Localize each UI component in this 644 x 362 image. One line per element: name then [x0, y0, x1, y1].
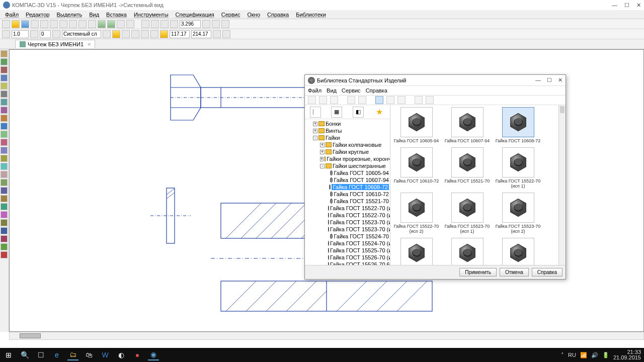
side-tool-button[interactable] — [1, 187, 8, 194]
cancel-button[interactable]: Отмена — [500, 268, 529, 277]
side-tool-button[interactable] — [1, 115, 8, 122]
menu-item[interactable]: Библиотеки — [293, 11, 329, 18]
side-tool-button[interactable] — [1, 251, 8, 258]
zoom-out-button[interactable] — [151, 20, 159, 28]
tree-node[interactable]: -Гайки — [306, 134, 389, 141]
tree-node[interactable]: Гайка ГОСТ 10605-94 — [306, 169, 389, 176]
thumbnail-item[interactable]: Гайка ГОСТ 15521-70 — [443, 147, 491, 189]
tree-node[interactable]: -Гайки шестигранные — [306, 162, 389, 169]
side-tool-button[interactable] — [1, 171, 8, 178]
preview-button[interactable] — [40, 20, 48, 28]
network-icon[interactable]: 📶 — [580, 352, 587, 358]
menu-item[interactable]: Справка — [366, 87, 387, 94]
side-tool-button[interactable] — [1, 211, 8, 218]
kompas-taskbar-icon[interactable]: ◉ — [148, 349, 159, 360]
menu-item[interactable]: Выделить — [53, 11, 85, 18]
thumbnail-item[interactable] — [443, 238, 491, 265]
thumbnail-item[interactable]: Гайка ГОСТ 10607-94 — [443, 107, 491, 143]
help-button[interactable]: Справка — [532, 268, 562, 277]
layer-button[interactable] — [52, 30, 60, 38]
edge-icon[interactable]: e — [51, 349, 62, 360]
maximize-button[interactable]: ☐ — [624, 2, 629, 9]
expand-icon[interactable]: + — [313, 129, 317, 133]
tree-node[interactable]: Гайка ГОСТ 10608-72 — [306, 184, 389, 191]
menu-item[interactable]: Справка — [264, 11, 292, 18]
app-icon[interactable]: ● — [132, 349, 143, 360]
help-button[interactable] — [415, 96, 423, 104]
tree-node[interactable]: Гайка ГОСТ 15524-70 — [306, 233, 389, 240]
info-button[interactable] — [426, 96, 434, 104]
tray-up-icon[interactable]: ˄ — [561, 352, 564, 358]
dd-button[interactable] — [30, 30, 38, 38]
undo-button[interactable] — [78, 20, 87, 28]
search-icon[interactable]: 🔍 — [19, 349, 30, 360]
side-tool-button[interactable] — [1, 58, 8, 65]
copy-button[interactable] — [59, 20, 67, 28]
menu-item[interactable]: Редактор — [23, 11, 52, 18]
view-large-icons-button[interactable] — [375, 96, 383, 104]
tab-close-icon[interactable]: × — [88, 41, 91, 47]
menu-item[interactable]: Вид — [86, 11, 102, 18]
explorer-icon[interactable]: 🗂 — [67, 349, 78, 360]
redo-button[interactable] — [88, 20, 96, 28]
side-tool-button[interactable] — [1, 147, 8, 154]
tree-node[interactable]: +Гайки круглые — [306, 148, 389, 155]
new-button[interactable] — [2, 20, 10, 28]
side-tool-button[interactable] — [1, 235, 8, 242]
menu-item[interactable]: Сервис — [218, 11, 244, 18]
coord-y-input[interactable] — [191, 30, 211, 38]
tree-node[interactable]: Гайка ГОСТ 15526-70 6и... — [306, 261, 389, 265]
dialog-maximize-button[interactable]: ☐ — [547, 77, 552, 83]
zoom-in-button[interactable] — [141, 20, 149, 28]
side-tool-button[interactable] — [1, 219, 8, 226]
menu-item[interactable]: Инструменты — [131, 11, 172, 18]
tool-button[interactable] — [221, 20, 229, 28]
scale-input[interactable] — [12, 30, 29, 38]
side-tool-button[interactable] — [1, 50, 8, 57]
menu-item[interactable]: Файл — [2, 11, 22, 18]
side-tool-button[interactable] — [1, 74, 8, 81]
thumbnail-item[interactable]: Гайка ГОСТ 10605-94 — [392, 107, 440, 143]
side-tool-button[interactable] — [1, 90, 8, 98]
angle-button[interactable] — [150, 30, 158, 38]
tool-button[interactable] — [107, 20, 115, 28]
side-tool-button[interactable] — [1, 163, 8, 170]
side-tool-button[interactable] — [1, 123, 8, 130]
thumbnail-item[interactable]: Гайка ГОСТ 15522-70 (исп 2) — [392, 193, 440, 234]
parts-tree[interactable]: +Бонки+Винты-Гайки+Гайки колпачковые+Гай… — [305, 119, 390, 265]
coord-x-input[interactable] — [170, 30, 190, 38]
menu-item[interactable]: Вид — [327, 87, 337, 94]
side-tool-button[interactable] — [1, 66, 8, 73]
mode-favorites-icon[interactable]: ★ — [374, 107, 385, 118]
volume-icon[interactable]: 🔊 — [591, 352, 598, 358]
tree-node[interactable]: Гайка ГОСТ 15522-70 (и... — [306, 212, 389, 219]
side-tool-button[interactable] — [1, 139, 8, 146]
thumbnail-item[interactable]: Гайка ГОСТ 15523-70 (исп 2) — [494, 193, 542, 234]
side-tool-button[interactable] — [1, 99, 8, 106]
battery-icon[interactable]: 🔋 — [602, 352, 609, 358]
paste-button[interactable] — [69, 20, 77, 28]
menu-item[interactable]: Файл — [308, 87, 321, 94]
dialog-titlebar[interactable]: Библиотека Стандартных Изделий — ☐ ✕ — [305, 75, 566, 86]
tree-node[interactable]: Гайка ГОСТ 15524-70 (и... — [306, 240, 389, 247]
side-tool-button[interactable] — [1, 195, 8, 202]
expand-icon[interactable]: + — [313, 122, 317, 126]
expand-icon[interactable]: + — [320, 157, 324, 161]
tree-node[interactable]: Гайка ГОСТ 15526-70 (и... — [306, 254, 389, 261]
dialog-minimize-button[interactable]: — — [535, 77, 541, 83]
tool-button[interactable] — [308, 96, 316, 104]
tree-node[interactable]: Гайка ГОСТ 15521-70 — [306, 198, 389, 205]
language-indicator[interactable]: RU — [568, 352, 576, 358]
view-select[interactable] — [62, 30, 101, 38]
insert-button[interactable] — [347, 96, 355, 104]
apply-button[interactable]: Применить — [459, 268, 497, 277]
print-button[interactable] — [31, 20, 39, 28]
windows-taskbar[interactable]: ⊞ 🔍 ☐ e 🗂 🛍 W ◐ ● ◉ ˄ RU 📶 🔊 🔋 21:33 21.… — [0, 348, 644, 362]
mode-grid-icon[interactable]: ▦ — [331, 107, 342, 118]
menu-item[interactable]: Спецификация — [173, 11, 217, 18]
find-button[interactable] — [319, 96, 327, 104]
thumbnail-item[interactable]: Гайка ГОСТ 15522-70 (исп 1) — [494, 147, 542, 189]
thumbnail-item[interactable]: Гайка ГОСТ 10608-72 — [494, 107, 542, 143]
side-tool-button[interactable] — [1, 131, 8, 138]
side-tool-button[interactable] — [1, 203, 8, 210]
